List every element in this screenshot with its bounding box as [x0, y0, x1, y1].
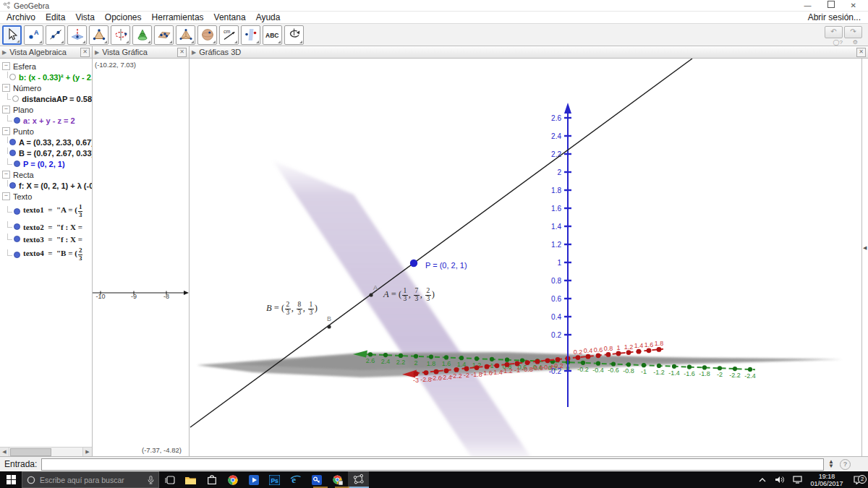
visibility-toggle-icon[interactable] [14, 252, 20, 258]
visibility-toggle-icon[interactable] [12, 95, 19, 102]
internet-explorer-button[interactable]: e [285, 471, 306, 488]
close-algebra-icon[interactable]: ✕ [80, 48, 90, 57]
task-view-button[interactable] [159, 471, 180, 488]
algebra-item[interactable]: P = (0, 2, 1) [0, 158, 92, 169]
file-explorer-button[interactable] [180, 471, 201, 488]
tool-cone-intersect[interactable] [132, 25, 152, 45]
store-button[interactable] [201, 471, 222, 488]
chrome-button[interactable] [222, 471, 243, 488]
geogebra-taskbar-button[interactable] [348, 471, 369, 488]
photoshop-button[interactable]: Ps [264, 471, 285, 488]
visibility-toggle-icon[interactable] [14, 236, 20, 242]
algebra-section-plano[interactable]: −Plano [0, 104, 92, 115]
command-input[interactable] [41, 458, 824, 471]
algebra-item[interactable]: texto1 = "A = (13 [0, 202, 92, 221]
algebra-item[interactable]: a: x + y - z = 2 [0, 115, 92, 126]
graphics3d-header[interactable]: ▶ Gráficas 3D ✕ [190, 46, 868, 59]
algebra-hscrollbar[interactable]: ◀ ▶ [0, 447, 92, 456]
collapse-icon[interactable]: − [2, 127, 10, 135]
network-icon[interactable] [790, 476, 804, 484]
menu-opciones[interactable]: Opciones [100, 12, 147, 22]
visibility-toggle-icon[interactable] [14, 208, 20, 215]
algebra-item[interactable]: b: (x - 0.33)² + (y - 2.3 [0, 72, 92, 82]
visibility-toggle-icon[interactable] [9, 139, 16, 145]
tool-distance-measure[interactable]: cm [219, 25, 239, 45]
visibility-toggle-icon[interactable] [14, 223, 20, 230]
start-button[interactable] [0, 471, 22, 488]
3d-scene-canvas[interactable]: 2.62.42.221.81.61.41.210.80.60.40.20-0.2… [190, 59, 862, 456]
graphics-view-2d[interactable]: (-10.22, 7.03) -10-9-8 (-7.37, -4.82) [93, 59, 190, 456]
tool-reflect-about-plane[interactable] [241, 25, 260, 45]
algebra-item[interactable]: A = (0.33, 2.33, 0.67) [0, 137, 92, 147]
menu-ventana[interactable]: Ventana [209, 12, 251, 22]
tool-sphere[interactable] [197, 25, 217, 45]
collapse-icon[interactable]: − [2, 192, 10, 200]
gear-icon[interactable]: ⚙ [853, 39, 858, 46]
tool-line[interactable] [46, 25, 65, 45]
key-app-button[interactable] [306, 471, 327, 488]
algebra-item[interactable]: B = (0.67, 2.67, 0.33) [0, 147, 92, 158]
right-collapse-strip[interactable]: ◀ [862, 59, 868, 456]
menu-vista[interactable]: Vista [70, 12, 99, 22]
tool-perpendicular-line[interactable] [67, 25, 87, 45]
action-center-button[interactable]: 2 [849, 476, 867, 484]
visibility-toggle-icon[interactable] [14, 117, 20, 124]
tool-rotate-around-line[interactable] [111, 25, 130, 45]
graphics2d-header[interactable]: ▶ Vista Gráfica ✕ [93, 46, 190, 59]
restore-button[interactable] [827, 1, 835, 11]
algebra-item[interactable]: texto2 = "f : X = [0, 221, 92, 233]
algebra-view[interactable]: −Esferab: (x - 0.33)² + (y - 2.3−Númerod… [0, 59, 93, 456]
close-graphics3d-icon[interactable]: ✕ [856, 48, 866, 57]
graphics-view-3d[interactable]: 2.62.42.221.81.61.41.210.80.60.40.20-0.2… [190, 59, 862, 456]
close-graphics2d-icon[interactable]: ✕ [177, 48, 187, 57]
algebra-header[interactable]: ▶ Vista Algebraica ✕ [0, 46, 93, 59]
chrome-apps-button[interactable] [327, 471, 348, 488]
sign-in-link[interactable]: Abrir sesión... [808, 12, 868, 22]
algebra-item[interactable]: distanciaAP = 0.58 [0, 93, 92, 104]
minimize-button[interactable]: — [804, 1, 812, 11]
scroll-thumb[interactable] [10, 448, 51, 456]
collapse-icon[interactable]: − [2, 171, 10, 179]
collapse-icon[interactable]: − [2, 84, 10, 92]
algebra-item[interactable]: texto3 = "f : X = [0, 233, 92, 245]
visibility-toggle-icon[interactable] [9, 150, 16, 156]
algebra-section-número[interactable]: −Número [0, 82, 92, 93]
scroll-right-icon[interactable]: ▶ [82, 448, 92, 456]
movies-tv-button[interactable] [243, 471, 264, 488]
input-history-spinner[interactable]: ▲▼ [828, 460, 834, 468]
visibility-toggle-icon[interactable] [14, 160, 20, 167]
algebra-section-texto[interactable]: −Texto [0, 191, 92, 202]
menu-archivo[interactable]: Archivo [1, 12, 41, 22]
tool-point[interactable]: A [24, 25, 43, 45]
tray-chevron-up-icon[interactable] [755, 478, 770, 482]
tool-rotate-3d-view[interactable] [284, 25, 304, 45]
input-help-icon[interactable]: ? [840, 459, 851, 470]
tool-text[interactable]: ABC [263, 25, 282, 45]
taskbar-search[interactable]: Escribe aquí para buscar [22, 471, 159, 488]
tool-polygon[interactable] [89, 25, 109, 45]
close-button[interactable]: ✕ [851, 1, 856, 11]
redo-button[interactable]: ↷ [844, 26, 862, 38]
collapse-handle-icon[interactable]: ◀ [863, 245, 867, 251]
microphone-icon[interactable] [148, 476, 154, 484]
algebra-section-esfera[interactable]: −Esfera [0, 61, 92, 72]
collapse-icon[interactable]: − [2, 106, 10, 114]
undo-button[interactable]: ↶ [825, 26, 843, 38]
algebra-section-punto[interactable]: −Punto [0, 126, 92, 137]
visibility-toggle-icon[interactable] [9, 182, 16, 189]
menu-herramientas[interactable]: Herramientas [147, 12, 209, 22]
menu-ayuda[interactable]: Ayuda [251, 12, 286, 22]
algebra-item[interactable]: f: X = (0, 2, 1) + λ (-0.5 [0, 180, 92, 191]
taskbar-clock[interactable]: 19:18 01/06/2017 [807, 473, 846, 487]
point-P-dot[interactable] [410, 260, 417, 267]
volume-icon[interactable] [773, 476, 787, 484]
algebra-item[interactable]: texto4 = "B = (23 [0, 245, 92, 264]
tool-plane-through-points[interactable] [154, 25, 174, 45]
collapse-icon[interactable]: − [2, 62, 10, 70]
visibility-toggle-icon[interactable] [9, 74, 16, 80]
help-icon[interactable]: ◯? [833, 39, 842, 46]
algebra-section-recta[interactable]: −Recta [0, 169, 92, 180]
tool-move[interactable] [2, 25, 22, 45]
tool-pyramid[interactable] [176, 25, 195, 45]
scroll-left-icon[interactable]: ◀ [0, 448, 9, 456]
